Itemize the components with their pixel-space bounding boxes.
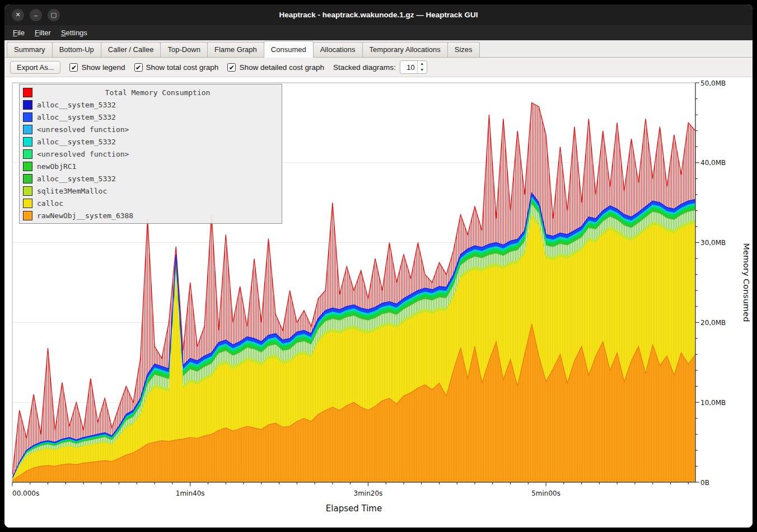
y-axis-title: Memory Consumed [742, 243, 751, 322]
window-controls: ✕–▢ [12, 9, 60, 21]
legend-title: Total Memory Consumption [37, 88, 278, 97]
tab-allocations[interactable]: Allocations [313, 42, 363, 57]
checkbox-show-detailed-cost-graph[interactable]: ✔ Show detailed cost graph [227, 63, 324, 72]
y-tick-label: 30,0MB [700, 239, 726, 247]
legend-swatch [23, 149, 32, 159]
legend-item: alloc__system_5332 [23, 135, 278, 148]
close-icon: ✕ [15, 11, 20, 18]
legend-item: alloc__system_5332 [23, 172, 278, 185]
legend-item-label: rawNewObj__system_6388 [37, 211, 133, 220]
legend-swatch [23, 186, 32, 196]
stacked-diagrams-label: Stacked diagrams: [333, 63, 396, 72]
tab-flame-graph[interactable]: Flame Graph [207, 42, 264, 57]
legend-item-label: alloc__system_5332 [37, 175, 116, 183]
checkbox-group: ✔ Show legend ✔ Show total cost graph ✔ … [69, 63, 324, 72]
legend-item: <unresolved function> [23, 148, 278, 160]
legend-swatch [23, 112, 32, 122]
y-tick-label: 0B [700, 479, 709, 487]
legend-item-label: alloc__system_5332 [37, 113, 116, 121]
spinner-up-icon[interactable]: ▲ [418, 61, 427, 67]
checkbox-label: Show detailed cost graph [239, 63, 324, 72]
legend-item-label: sqlite3MemMalloc [37, 187, 107, 195]
legend-swatch [23, 174, 32, 183]
legend-item-label: alloc__system_5332 [37, 138, 116, 146]
menu-filter[interactable]: Filter [30, 26, 56, 39]
legend-item: alloc__system_5332 [23, 111, 278, 123]
legend-item: newObjRC1 [23, 160, 278, 172]
maximize-icon: ▢ [51, 11, 57, 18]
tab-bottom-up[interactable]: Bottom-Up [52, 42, 101, 57]
legend-swatch-total [23, 88, 32, 97]
consumed-chart-panel: 00.000s1min40s3min20s5min00s0B10,0MB20,0… [4, 77, 753, 528]
legend-swatch [23, 199, 32, 208]
tab-bar: SummaryBottom-UpCaller / CalleeTop-DownF… [4, 40, 753, 58]
menu-file[interactable]: File [8, 26, 30, 39]
checkbox-label: Show legend [81, 63, 125, 72]
stacked-diagrams-spinner[interactable]: 10 ▲ ▼ [400, 60, 427, 74]
tab-consumed[interactable]: Consumed [264, 41, 314, 58]
tab-top-down[interactable]: Top-Down [160, 42, 208, 57]
window-title: Heaptrack - heaptrack.wakunode.1.gz — He… [4, 11, 753, 19]
close-button[interactable]: ✕ [12, 9, 24, 21]
tab-temporary-allocations[interactable]: Temporary Allocations [362, 42, 448, 57]
y-tick-label: 10,0MB [700, 399, 726, 407]
y-tick-label: 20,0MB [700, 319, 726, 327]
checkmark-icon: ✔ [134, 63, 143, 72]
legend-title-row: Total Memory Consumption [23, 86, 278, 98]
checkbox-show-legend[interactable]: ✔ Show legend [69, 63, 125, 72]
legend-swatch [23, 100, 32, 110]
legend-item-label: newObjRC1 [37, 162, 76, 171]
tab-summary[interactable]: Summary [7, 42, 53, 57]
maximize-button[interactable]: ▢ [48, 9, 60, 21]
legend-item-label: <unresolved function> [37, 150, 129, 158]
x-tick-label: 5min00s [531, 489, 560, 497]
legend-swatch [23, 211, 32, 220]
stacked-diagrams-value[interactable]: 10 [400, 61, 417, 73]
checkbox-label: Show total cost graph [146, 63, 219, 72]
legend-swatch [23, 125, 32, 134]
tab-sizes[interactable]: Sizes [447, 42, 480, 57]
spinner-down-icon[interactable]: ▼ [418, 67, 427, 73]
checkmark-icon: ✔ [69, 63, 78, 72]
legend-item: alloc__system_5332 [23, 98, 278, 111]
minimize-button[interactable]: – [30, 9, 42, 21]
y-tick-label: 40,0MB [700, 159, 726, 167]
toolbar: Export As... ✔ Show legend ✔ Show total … [4, 58, 753, 77]
legend-item-label: <unresolved function> [37, 125, 129, 134]
legend-item: sqlite3MemMalloc [23, 185, 278, 197]
stacked-diagrams-control: Stacked diagrams: 10 ▲ ▼ [333, 60, 427, 74]
menu-settings[interactable]: Settings [56, 26, 92, 39]
legend-swatch [23, 137, 32, 147]
checkbox-show-total-cost-graph[interactable]: ✔ Show total cost graph [134, 63, 219, 72]
export-as-button[interactable]: Export As... [10, 61, 60, 74]
menubar: FileFilterSettings [4, 25, 753, 40]
tab-caller-callee[interactable]: Caller / Callee [101, 42, 161, 57]
legend-item: calloc [23, 197, 278, 209]
spinner-arrows: ▲ ▼ [417, 61, 427, 73]
minimize-icon: – [34, 12, 38, 18]
heaptrack-window: ✕–▢ Heaptrack - heaptrack.wakunode.1.gz … [4, 4, 753, 528]
x-tick-label: 00.000s [12, 489, 39, 497]
legend-swatch [23, 162, 32, 171]
legend-item: <unresolved function> [23, 123, 278, 135]
chart-legend: Total Memory Consumption alloc__system_5… [19, 84, 282, 224]
legend-item-label: alloc__system_5332 [37, 101, 116, 109]
x-axis-title: Elapsed Time [326, 503, 382, 514]
legend-item: rawNewObj__system_6388 [23, 209, 278, 222]
titlebar[interactable]: ✕–▢ Heaptrack - heaptrack.wakunode.1.gz … [4, 4, 753, 25]
x-tick-label: 3min20s [354, 489, 383, 497]
y-tick-label: 50,0MB [700, 79, 726, 87]
legend-item-label: calloc [37, 199, 63, 208]
checkmark-icon: ✔ [227, 63, 236, 72]
x-tick-label: 1min40s [176, 489, 205, 497]
